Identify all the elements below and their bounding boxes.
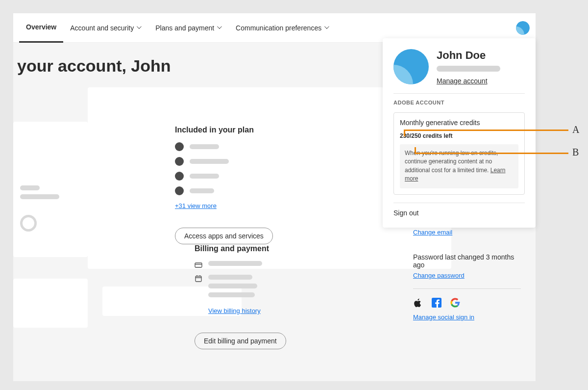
nav-overview[interactable]: Overview <box>19 13 63 43</box>
skeleton-line <box>208 292 255 297</box>
avatar-large <box>393 49 429 84</box>
svg-rect-0 <box>195 263 202 267</box>
account-info-column: Change email Password last changed 3 mon… <box>413 211 521 321</box>
skeleton-line <box>190 144 219 149</box>
nav-label: Plans and payment <box>155 24 214 32</box>
change-email-link[interactable]: Change email <box>413 229 452 236</box>
nav-plans-payment[interactable]: Plans and payment <box>148 13 229 43</box>
manage-account-link[interactable]: Manage account <box>437 77 488 85</box>
divider <box>413 288 521 289</box>
app-dot-icon <box>175 142 184 151</box>
user-name: John Doe <box>437 49 500 62</box>
billing-section: Billing and payment View billing history… <box>195 244 327 349</box>
callout-line-a <box>404 130 568 131</box>
included-section: Included in your plan +31 view more Acce… <box>175 126 297 244</box>
skeleton-line <box>20 185 40 190</box>
card-fragment <box>13 279 88 328</box>
skeleton-line <box>208 284 257 288</box>
callout-line-b <box>415 153 568 154</box>
skeleton-line <box>190 188 214 193</box>
skeleton-line <box>437 66 500 72</box>
callout-label-b: B <box>572 147 579 158</box>
callout-label-a: A <box>572 124 579 135</box>
skeleton-line <box>208 261 262 266</box>
password-section: Password last changed 3 months ago Chang… <box>413 253 521 280</box>
credits-note: When you're running low on credits, cont… <box>400 144 518 188</box>
chevron-down-icon <box>324 26 329 30</box>
access-apps-button[interactable]: Access apps and services <box>175 228 273 244</box>
calendar-icon <box>195 275 202 283</box>
skeleton-circle <box>20 215 37 232</box>
list-item <box>175 142 297 151</box>
avatar-icon <box>516 21 530 35</box>
app-dot-icon <box>175 157 184 166</box>
list-item <box>195 261 327 269</box>
credits-remaining: 230/250 credits left <box>400 132 518 139</box>
manage-social-link[interactable]: Manage social sign in <box>413 313 474 321</box>
popover-section-label: ADOBE ACCOUNT <box>393 100 525 105</box>
billing-title: Billing and payment <box>195 244 327 253</box>
list-item <box>195 275 327 297</box>
edit-billing-button[interactable]: Edit billing and payment <box>195 333 286 349</box>
chevron-down-icon <box>217 26 222 30</box>
credits-title: Monthly generative credits <box>400 119 518 127</box>
svg-rect-1 <box>196 276 201 282</box>
divider <box>393 93 525 94</box>
social-row <box>413 298 521 308</box>
apple-icon <box>413 298 423 308</box>
included-title: Included in your plan <box>175 126 297 134</box>
change-password-link[interactable]: Change password <box>413 272 465 279</box>
nav-label: Communication preferences <box>236 24 321 32</box>
list-item <box>175 172 297 181</box>
view-billing-history-link[interactable]: View billing history <box>208 307 261 314</box>
password-note: Password last changed 3 months ago <box>413 253 521 269</box>
nav-communication-preferences[interactable]: Communication preferences <box>229 13 336 43</box>
divider <box>393 203 525 203</box>
plan-card-fragment <box>13 122 88 257</box>
list-item <box>175 186 297 195</box>
skeleton-line <box>208 275 252 280</box>
app-dot-icon <box>175 172 184 181</box>
chevron-down-icon <box>137 26 142 30</box>
nav-account-security[interactable]: Account and security <box>63 13 148 43</box>
sign-out-button[interactable]: Sign out <box>393 209 525 217</box>
facebook-icon <box>432 298 441 308</box>
nav-label: Account and security <box>70 24 134 32</box>
skeleton-line <box>190 159 229 164</box>
card-icon <box>195 261 202 269</box>
skeleton-line <box>190 174 219 179</box>
list-item <box>175 157 297 166</box>
email-section: Change email <box>413 228 521 236</box>
account-popover: John Doe Manage account ADOBE ACCOUNT Mo… <box>383 38 536 228</box>
google-icon <box>450 298 460 308</box>
view-more-link[interactable]: +31 view more <box>175 202 217 209</box>
app-dot-icon <box>175 186 184 195</box>
avatar-button[interactable] <box>516 21 530 35</box>
skeleton-line <box>20 194 59 199</box>
